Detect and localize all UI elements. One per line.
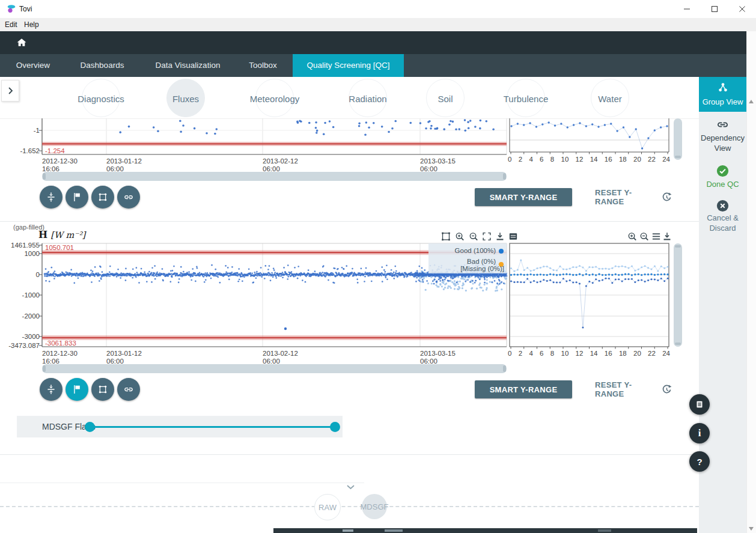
tovi-window: Tovi Edit Help ••• Two months · Quality …	[0, 0, 756, 533]
reset-history-icon[interactable]	[661, 192, 672, 203]
menu-bar: Edit Help	[0, 18, 756, 32]
x-tick: 24	[662, 156, 670, 163]
minimize-button[interactable]	[673, 0, 701, 18]
x-tick: 4	[529, 350, 532, 357]
app-header: ••• Two months · Quality Screening Feedb…	[0, 31, 746, 54]
pipeline-step-raw[interactable]: RAW	[314, 494, 341, 520]
category-radiation[interactable]: Radiation	[349, 79, 387, 117]
x-tick: 0	[508, 156, 511, 163]
fit-y-range-button[interactable]	[40, 378, 62, 401]
collapse-chevron-icon[interactable]	[346, 484, 355, 490]
box-select-icon	[97, 383, 109, 395]
flags-range-track[interactable]	[90, 426, 335, 428]
x-tick: 2012-12-3016:06	[42, 157, 78, 173]
category-diagnostics[interactable]: Diagnostics	[82, 79, 120, 117]
tab-data-visualization[interactable]: Data Visualization	[138, 54, 237, 77]
chart-legend: Good (100%) Bad (0%) [Missing (0%)]	[428, 243, 507, 273]
menu-help[interactable]: Help	[20, 20, 43, 29]
time-scrollbar[interactable]	[42, 364, 507, 373]
group-view-label: Group View	[699, 97, 746, 107]
category-meteorology[interactable]: Meteorology	[255, 79, 294, 117]
y-tick: -1.652	[0, 147, 40, 154]
x-tick: 22	[648, 350, 656, 357]
flags-range-handle-max[interactable]	[330, 422, 340, 432]
reset-y-range-button[interactable]: RESET Y-RANGE	[595, 380, 655, 398]
cancel-discard-label[interactable]: Cancel & Discard	[699, 213, 746, 233]
link-icon	[123, 191, 135, 203]
flag-button-active[interactable]	[66, 378, 88, 401]
pipeline-step-mdsgf[interactable]: MDSGF	[362, 494, 387, 519]
tab-overview[interactable]: Overview	[0, 54, 66, 77]
chevron-right-icon	[8, 87, 13, 95]
fit-y-icon	[45, 191, 57, 203]
x-tick: 20	[633, 156, 641, 163]
fit-y-range-button[interactable]	[40, 186, 62, 209]
box-select-button[interactable]	[91, 186, 114, 209]
window-scrollbar[interactable]	[746, 31, 756, 533]
legend-bad[interactable]: Bad (0%)	[467, 258, 496, 265]
maximize-button[interactable]	[701, 0, 728, 18]
tovi-logo-icon	[6, 4, 17, 14]
done-qc-label[interactable]: Done QC	[699, 179, 746, 189]
panel-scrollbar[interactable]	[674, 243, 682, 347]
flag-icon	[71, 383, 83, 395]
flags-range-handle-min[interactable]	[85, 422, 95, 432]
x-tick: 2013-02-1206:00	[263, 350, 298, 365]
category-water[interactable]: Water	[591, 79, 629, 117]
tab-quality-screening[interactable]: Quality Screening [QC]	[293, 54, 404, 77]
x-tick: 8	[550, 156, 554, 163]
info-button[interactable]: i	[689, 423, 710, 443]
y-tick: -1000	[0, 291, 40, 299]
x-tick: 2	[519, 350, 522, 357]
x-tick: 16	[605, 350, 612, 357]
legend-good[interactable]: Good (100%)	[455, 247, 496, 254]
y-tick: -1	[0, 127, 40, 134]
link-charts-button[interactable]	[117, 378, 140, 401]
x-tick: 6	[540, 156, 543, 163]
x-tick: 2013-01-1206:00	[106, 350, 142, 365]
mdsgf-flags-panel: MDSGF Flags	[17, 416, 343, 437]
panel-expander-button[interactable]	[1, 80, 19, 102]
cancel-discard-icon[interactable]	[716, 199, 730, 213]
done-qc-icon[interactable]	[716, 164, 730, 178]
reset-history-icon[interactable]	[661, 384, 672, 395]
x-tick: 12	[576, 350, 584, 357]
info-icon: i	[698, 427, 701, 439]
box-select-button[interactable]	[91, 378, 114, 401]
h-flux-chart[interactable]	[0, 227, 685, 361]
notes-icon	[694, 399, 705, 410]
help-button[interactable]: ?	[689, 451, 710, 472]
link-charts-button[interactable]	[117, 186, 140, 209]
close-button[interactable]	[728, 0, 756, 18]
flag-button[interactable]	[66, 186, 88, 209]
category-fluxes[interactable]: Fluxes	[166, 79, 205, 117]
nav-tab-bar: Overview Dashboards Data Visualization T…	[0, 54, 746, 77]
smart-y-range-button[interactable]: SMART Y-RANGE	[475, 188, 572, 206]
tab-dashboards[interactable]: Dashboards	[66, 54, 138, 77]
scroll-down-arrow[interactable]	[749, 527, 754, 531]
menu-edit[interactable]: Edit	[1, 20, 21, 29]
reset-y-range-button[interactable]: RESET Y-RANGE	[595, 188, 655, 206]
scroll-up-arrow[interactable]	[749, 100, 754, 103]
y-tick: -3000	[0, 333, 40, 340]
smart-y-range-button[interactable]: SMART Y-RANGE	[475, 380, 572, 398]
x-tick: 16	[605, 156, 612, 163]
panel-scrollbar[interactable]	[674, 118, 682, 160]
dependency-view-label[interactable]: Dependency View	[699, 133, 746, 153]
category-soil[interactable]: Soil	[426, 79, 465, 117]
tab-toolbox[interactable]: Toolbox	[237, 54, 288, 77]
x-tick: 4	[529, 156, 532, 163]
group-view-button[interactable]: Group View	[699, 77, 746, 112]
dependency-view-icon[interactable]	[715, 117, 730, 132]
notes-button[interactable]	[689, 394, 710, 415]
category-label: Water	[550, 94, 670, 104]
lower-threshold-label: -3061.833	[45, 340, 76, 347]
good-dot-icon[interactable]	[499, 249, 504, 254]
category-turbulence[interactable]: Turbulence	[507, 79, 545, 117]
legend-missing[interactable]: [Missing (0%)]	[460, 265, 504, 272]
maximize-icon	[711, 5, 718, 13]
x-tick: 6	[540, 350, 543, 357]
home-icon[interactable]	[16, 37, 28, 49]
time-scrollbar[interactable]	[42, 172, 507, 181]
clipped-content-strip	[273, 528, 697, 533]
